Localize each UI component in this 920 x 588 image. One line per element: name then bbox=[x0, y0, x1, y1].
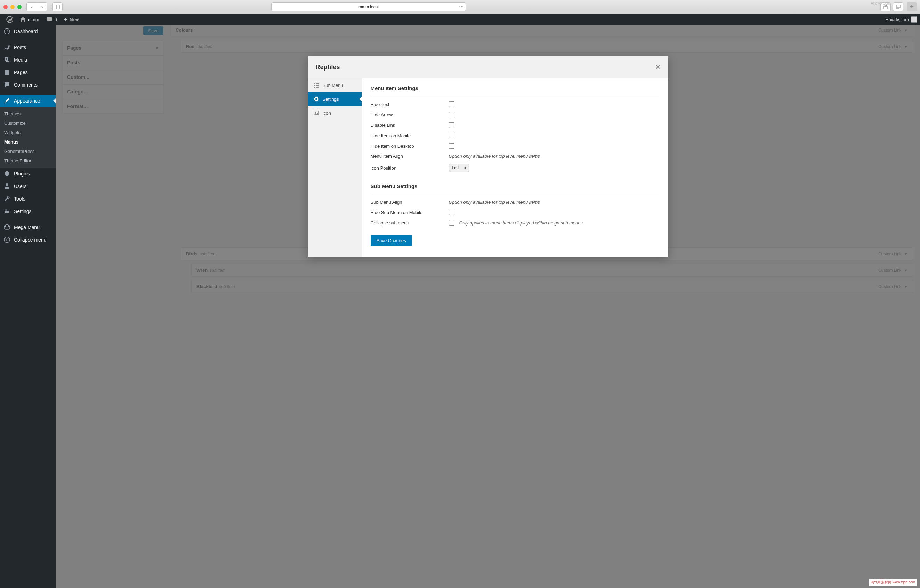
svg-rect-4 bbox=[896, 6, 899, 9]
sidebar-toggle-button[interactable] bbox=[52, 2, 63, 11]
hide-sub-mobile-checkbox[interactable] bbox=[449, 210, 454, 215]
url-bar[interactable]: mmm.local ⟳ bbox=[271, 2, 466, 11]
site-name-item[interactable]: mmm bbox=[17, 14, 43, 25]
row-hide-mobile: Hide Item on Mobile bbox=[371, 130, 659, 141]
wp-logo-item[interactable] bbox=[3, 14, 17, 25]
sidebar-label: Dashboard bbox=[14, 29, 38, 34]
modal-sidebar: Sub Menu Settings Icon bbox=[308, 78, 362, 257]
save-changes-button[interactable]: Save Changes bbox=[371, 235, 412, 246]
sidebar-item-megamenu[interactable]: Mega Menu bbox=[0, 221, 56, 234]
svg-rect-17 bbox=[316, 85, 319, 86]
sub-item-generatepress[interactable]: GeneratePress bbox=[0, 147, 56, 156]
comments-item[interactable]: 0 bbox=[43, 14, 60, 25]
sidebar-item-posts[interactable]: Posts bbox=[0, 41, 56, 53]
hide-text-checkbox[interactable] bbox=[449, 102, 454, 107]
sub-item-theme-editor[interactable]: Theme Editor bbox=[0, 156, 56, 165]
sidebar-item-settings[interactable]: Settings bbox=[0, 205, 56, 218]
collapse-checkbox[interactable] bbox=[449, 220, 454, 226]
brush-icon bbox=[3, 97, 10, 104]
content-area: Save Pages▼ Posts Custom... Catego... Fo… bbox=[56, 25, 920, 588]
sidebar-label: Settings bbox=[14, 208, 32, 214]
close-window[interactable] bbox=[3, 5, 8, 9]
admin-sidebar: Dashboard Posts Media Pages Comments App… bbox=[0, 25, 56, 588]
sidebar-item-plugins[interactable]: Plugins bbox=[0, 168, 56, 180]
list-icon bbox=[314, 82, 319, 88]
new-item[interactable]: + New bbox=[60, 14, 83, 25]
sidebar-label: Media bbox=[14, 57, 27, 63]
close-icon[interactable]: × bbox=[656, 63, 660, 71]
new-label: New bbox=[70, 17, 79, 22]
howdy-item[interactable]: Howdy, tom bbox=[885, 16, 917, 23]
icon-position-select[interactable]: Left ▲▼ bbox=[449, 164, 470, 172]
minimize-window[interactable] bbox=[10, 5, 15, 9]
mega-menu-modal: Reptiles × Sub Menu Settings bbox=[308, 56, 668, 257]
sidebar-item-tools[interactable]: Tools bbox=[0, 192, 56, 205]
users-icon bbox=[3, 183, 10, 190]
svg-point-6 bbox=[6, 16, 13, 23]
reload-icon[interactable]: ⟳ bbox=[459, 5, 463, 10]
sidebar-label: Posts bbox=[14, 45, 26, 50]
hide-desktop-checkbox[interactable] bbox=[449, 143, 454, 149]
sidebar-label: Mega Menu bbox=[14, 225, 40, 230]
hide-mobile-checkbox[interactable] bbox=[449, 133, 454, 138]
modal-header: Reptiles × bbox=[308, 56, 668, 78]
new-tab-button[interactable]: + bbox=[907, 2, 917, 11]
site-name: mmm bbox=[28, 17, 39, 22]
svg-rect-14 bbox=[314, 83, 315, 84]
sub-item-customize[interactable]: Customize bbox=[0, 118, 56, 128]
sidebar-item-dashboard[interactable]: Dashboard bbox=[0, 25, 56, 37]
pushpin-icon bbox=[3, 44, 10, 51]
tab-label: Icon bbox=[323, 110, 331, 116]
url-text: mmm.local bbox=[358, 5, 379, 10]
maximize-window[interactable] bbox=[18, 5, 21, 9]
tab-sub-menu[interactable]: Sub Menu bbox=[308, 78, 361, 92]
align-note: Option only available for top level menu… bbox=[449, 153, 659, 159]
modal-content: Menu Item Settings Hide Text Hide Arrow … bbox=[362, 78, 668, 257]
sidebar-item-appearance[interactable]: Appearance bbox=[0, 95, 56, 107]
image-icon bbox=[314, 110, 319, 116]
svg-rect-0 bbox=[55, 5, 60, 9]
row-menu-align: Menu Item Align Option only available fo… bbox=[371, 151, 659, 161]
svg-rect-18 bbox=[314, 87, 315, 87]
modal-overlay[interactable]: Reptiles × Sub Menu Settings bbox=[56, 25, 920, 588]
sub-item-widgets[interactable]: Widgets bbox=[0, 128, 56, 137]
tab-icon[interactable]: Icon bbox=[308, 106, 361, 120]
tabs-button[interactable] bbox=[893, 2, 903, 11]
watermark-top: Alilewp.Com bbox=[871, 2, 890, 5]
sidebar-label: Plugins bbox=[14, 171, 30, 176]
svg-point-13 bbox=[4, 237, 10, 242]
select-arrows-icon: ▲▼ bbox=[464, 166, 466, 170]
comment-icon bbox=[3, 81, 10, 88]
admin-bar: mmm 0 + New Howdy, tom bbox=[0, 14, 920, 25]
row-disable-link: Disable Link bbox=[371, 120, 659, 130]
sub-item-menus[interactable]: Menus bbox=[0, 137, 56, 147]
collapse-icon bbox=[3, 236, 10, 243]
tab-settings[interactable]: Settings bbox=[308, 92, 361, 106]
svg-rect-16 bbox=[314, 85, 315, 86]
forward-button[interactable]: › bbox=[37, 2, 47, 11]
sidebar-item-collapse[interactable]: Collapse menu bbox=[0, 234, 56, 246]
appearance-submenu: Themes Customize Widgets Menus GenerateP… bbox=[0, 107, 56, 168]
row-hide-sub-mobile: Hide Sub Menu on Mobile bbox=[371, 207, 659, 218]
sidebar-label: Comments bbox=[14, 82, 37, 87]
sidebar-label: Collapse menu bbox=[14, 237, 46, 242]
collapse-note: Only applies to menu items displayed wit… bbox=[459, 220, 584, 226]
svg-point-9 bbox=[6, 184, 8, 186]
sidebar-item-media[interactable]: Media bbox=[0, 53, 56, 66]
svg-point-21 bbox=[315, 112, 316, 113]
svg-line-8 bbox=[7, 30, 8, 31]
sidebar-item-users[interactable]: Users bbox=[0, 180, 56, 192]
row-hide-arrow: Hide Arrow bbox=[371, 110, 659, 120]
disable-link-checkbox[interactable] bbox=[449, 122, 454, 128]
hide-arrow-checkbox[interactable] bbox=[449, 112, 454, 118]
row-collapse: Collapse sub menu Only applies to menu i… bbox=[371, 218, 659, 228]
section1-title: Menu Item Settings bbox=[371, 85, 659, 95]
comments-count: 0 bbox=[55, 17, 57, 22]
svg-rect-15 bbox=[316, 83, 319, 84]
back-button[interactable]: ‹ bbox=[26, 2, 37, 11]
sidebar-item-pages[interactable]: Pages bbox=[0, 66, 56, 79]
gear-icon bbox=[314, 96, 319, 102]
sub-item-themes[interactable]: Themes bbox=[0, 109, 56, 118]
sidebar-item-comments[interactable]: Comments bbox=[0, 79, 56, 91]
row-sub-align: Sub Menu Align Option only available for… bbox=[371, 197, 659, 207]
